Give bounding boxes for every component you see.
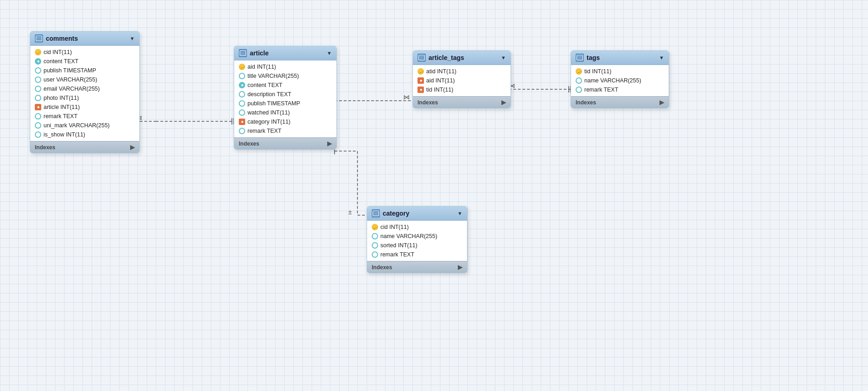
table-header-comments: comments ▼ [30, 32, 139, 46]
icon-nullable-comments-uni_mark [35, 122, 41, 129]
icon-nullable-comments-remark [35, 113, 41, 119]
indexes-arrow-category: ▶ [458, 264, 462, 271]
indexes-arrow-comments: ▶ [130, 144, 135, 151]
table-indexes-article-tags[interactable]: Indexes ▶ [413, 96, 511, 108]
field-comments-user: user VARCHAR(255) [30, 75, 139, 84]
table-body-tags: tid INT(11) name VARCHAR(255) remark TEX… [571, 65, 669, 96]
icon-primary-comments-cid [35, 49, 41, 55]
indexes-label-article-tags: Indexes [418, 99, 438, 106]
table-title-tags: tags [587, 54, 656, 61]
icon-nullable-article-watched [239, 109, 245, 116]
icon-fk-article-tags-tid [418, 87, 424, 93]
field-category-remark: remark TEXT [367, 250, 467, 259]
table-title-category: category [383, 210, 455, 217]
table-icon-article [239, 49, 247, 57]
table-icon-article-tags [418, 54, 426, 62]
field-comments-remark: remark TEXT [30, 112, 139, 121]
table-body-comments: cid INT(11) content TEXT publish TIMESTA… [30, 46, 139, 141]
icon-primary-tags-tid [576, 68, 582, 75]
table-header-article-tags: article_tags ▼ [413, 51, 511, 65]
icon-nullable-article-publish [239, 100, 245, 107]
field-article-description: description TEXT [234, 90, 336, 99]
icon-nullable-comments-is_show [35, 131, 41, 138]
table-article: article ▼ aid INT(11) title VARCHAR(255)… [234, 46, 337, 150]
field-category-cid: cid INT(11) [367, 223, 467, 232]
connector-article-category: ± [335, 148, 367, 216]
field-article-tags-aid: aid INT(11) [413, 76, 511, 85]
table-indexes-article[interactable]: Indexes ▶ [234, 137, 336, 149]
field-tags-tid: tid INT(11) [571, 67, 669, 76]
table-header-category: category ▼ [367, 206, 467, 221]
indexes-arrow-article-tags: ▶ [501, 99, 506, 106]
field-article-aid: aid INT(11) [234, 62, 336, 71]
field-article-remark: remark TEXT [234, 126, 336, 136]
table-body-article-tags: atid INT(11) aid INT(11) tid INT(11) [413, 65, 511, 96]
icon-nullable-comments-photo [35, 95, 41, 101]
table-indexes-tags[interactable]: Indexes ▶ [571, 96, 669, 108]
icon-nullable-comments-email [35, 86, 41, 92]
dropdown-comments[interactable]: ▼ [130, 36, 135, 41]
field-comments-content: content TEXT [30, 57, 139, 66]
table-comments: comments ▼ cid INT(11) content TEXT publ… [30, 31, 140, 153]
icon-regular-comments-content [35, 58, 41, 65]
table-category: category ▼ cid INT(11) name VARCHAR(255)… [367, 206, 467, 273]
indexes-arrow-article: ▶ [327, 140, 332, 147]
table-indexes-comments[interactable]: Indexes ▶ [30, 141, 139, 153]
icon-nullable-article-title [239, 73, 245, 79]
connector-article_tags-tags: ⋈ [509, 82, 571, 92]
field-article-tags-tid: tid INT(11) [413, 85, 511, 94]
table-title-comments: comments [46, 35, 127, 42]
icon-fk-comments-article [35, 104, 41, 110]
dropdown-article-tags[interactable]: ▼ [501, 55, 506, 60]
table-title-article-tags: article_tags [429, 54, 498, 61]
dropdown-article[interactable]: ▼ [327, 50, 332, 56]
indexes-label-tags: Indexes [576, 99, 596, 106]
field-article-title: title VARCHAR(255) [234, 71, 336, 81]
indexes-label-article: Indexes [239, 141, 259, 147]
field-comments-cid: cid INT(11) [30, 48, 139, 57]
field-comments-uni_mark: uni_mark VARCHAR(255) [30, 121, 139, 130]
indexes-label-comments: Indexes [35, 144, 55, 151]
connector-article-article_tags: ⋈ [333, 93, 412, 104]
table-header-tags: tags ▼ [571, 51, 669, 65]
table-body-article: aid INT(11) title VARCHAR(255) content T… [234, 60, 336, 137]
dropdown-category[interactable]: ▼ [457, 211, 462, 216]
table-tags: tags ▼ tid INT(11) name VARCHAR(255) rem… [571, 50, 669, 109]
field-article-watched: watched INT(11) [234, 108, 336, 117]
icon-nullable-comments-user [35, 76, 41, 83]
table-icon-comments [35, 34, 43, 43]
table-header-article: article ▼ [234, 46, 336, 60]
table-icon-category [372, 209, 380, 217]
field-category-sorted: sorted INT(11) [367, 241, 467, 250]
icon-nullable-tags-name [576, 77, 582, 84]
table-title-article: article [250, 49, 324, 57]
table-body-category: cid INT(11) name VARCHAR(255) sorted INT… [367, 221, 467, 261]
icon-nullable-category-name [372, 233, 378, 239]
field-comments-publish: publish TIMESTAMP [30, 66, 139, 75]
field-article-publish: publish TIMESTAMP [234, 99, 336, 108]
icon-nullable-article-remark [239, 128, 245, 134]
icon-nullable-article-description [239, 91, 245, 98]
field-comments-article: article INT(11) [30, 103, 139, 112]
field-tags-name: name VARCHAR(255) [571, 76, 669, 85]
dropdown-tags[interactable]: ▼ [659, 55, 664, 60]
icon-primary-article-tags-atid [418, 68, 424, 75]
field-article-content: content TEXT [234, 81, 336, 90]
indexes-arrow-tags: ▶ [659, 99, 664, 106]
icon-primary-article-aid [239, 64, 245, 70]
icon-nullable-category-sorted [372, 242, 378, 249]
field-category-name: name VARCHAR(255) [367, 232, 467, 241]
field-comments-photo: photo INT(11) [30, 93, 139, 103]
field-article-tags-atid: atid INT(11) [413, 67, 511, 76]
table-article-tags: article_tags ▼ atid INT(11) aid INT(11) … [412, 50, 511, 109]
field-article-category: category INT(11) [234, 117, 336, 126]
icon-fk-article-tags-aid [418, 77, 424, 84]
connector-comments-article: ⋈ [135, 114, 234, 125]
icon-regular-article-content [239, 82, 245, 88]
table-indexes-category[interactable]: Indexes ▶ [367, 261, 467, 273]
field-tags-remark: remark TEXT [571, 85, 669, 94]
svg-text:±: ± [348, 208, 352, 216]
svg-text:⋈: ⋈ [403, 93, 410, 101]
icon-nullable-comments-publish [35, 67, 41, 74]
indexes-label-category: Indexes [372, 264, 392, 271]
